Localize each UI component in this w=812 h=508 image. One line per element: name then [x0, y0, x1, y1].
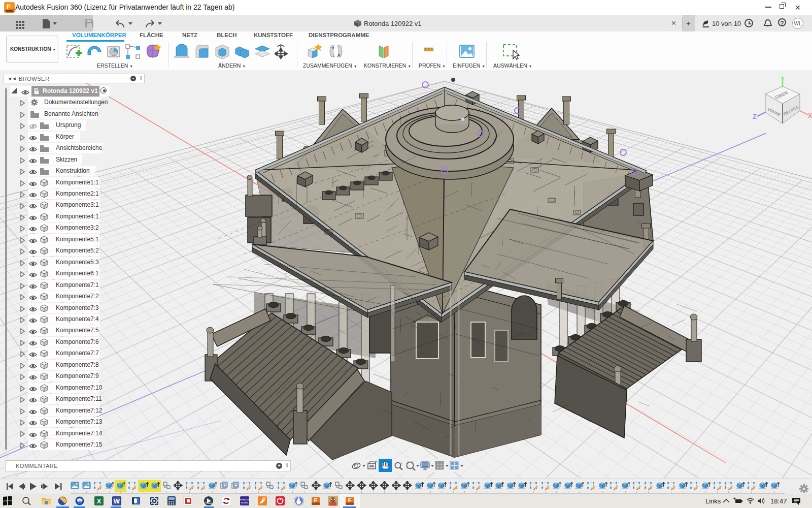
svg-text:F: F	[314, 497, 318, 503]
svg-text:music: music	[241, 501, 249, 504]
svg-text:W: W	[114, 497, 120, 505]
svg-text:Z: Z	[753, 113, 756, 120]
svg-text:F: F	[348, 497, 352, 503]
svg-text:±: ±	[400, 461, 403, 465]
svg-text:X: X	[97, 497, 101, 505]
svg-text:X: X	[808, 112, 812, 119]
svg-text:Y: Y	[781, 76, 785, 82]
